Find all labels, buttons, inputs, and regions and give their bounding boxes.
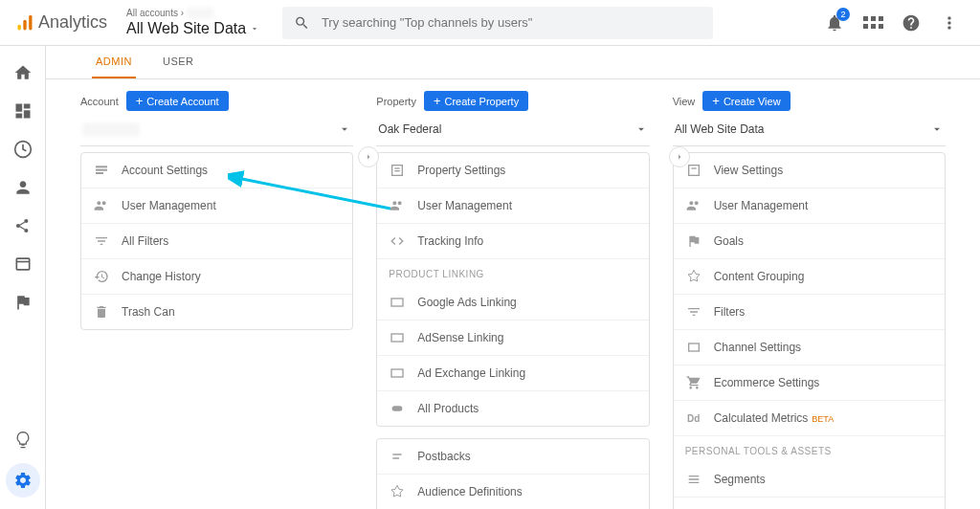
plus-icon: +	[712, 95, 720, 107]
chevron-down-icon	[250, 24, 259, 33]
account-label: Account	[80, 96, 119, 107]
gear-icon	[13, 471, 33, 490]
audience-definitions-item[interactable]: Audience Definitions	[377, 475, 648, 509]
nav-admin[interactable]	[6, 463, 40, 498]
arrow-right-icon	[363, 151, 374, 163]
search-bar[interactable]	[282, 7, 713, 39]
all-products-item[interactable]: All Products	[377, 391, 648, 426]
account-user-management-item[interactable]: User Management	[81, 188, 352, 224]
segments-item[interactable]: Segments	[674, 462, 945, 498]
column-collapse-2[interactable]	[669, 146, 690, 167]
view-user-management-item[interactable]: User Management	[674, 188, 945, 224]
account-change-history-item[interactable]: Change History	[81, 259, 352, 295]
brand-logo: Analytics	[8, 12, 115, 33]
property-label: Property	[376, 96, 416, 107]
account-settings-item[interactable]: Account Settings	[81, 153, 352, 188]
account-selector[interactable]: ░░░░░░░	[80, 117, 353, 146]
admin-tabs: ADMIN USER	[46, 46, 980, 79]
svg-rect-21	[688, 343, 699, 351]
account-menu-button[interactable]	[936, 10, 963, 36]
calculated-metrics-item[interactable]: DdCalculated MetricsBETA	[674, 401, 945, 436]
home-icon	[13, 63, 33, 82]
chevron-down-icon	[338, 122, 351, 136]
nav-discover[interactable]	[0, 421, 46, 459]
svg-point-3	[16, 224, 20, 228]
flag-icon	[13, 293, 33, 312]
content-grouping-item[interactable]: Content Grouping	[674, 259, 945, 295]
svg-rect-18	[392, 406, 403, 410]
brand-name: Analytics	[38, 12, 107, 33]
channel-settings-item[interactable]: Channel Settings	[674, 330, 945, 365]
annotations-item[interactable]: Annotations	[674, 498, 945, 509]
search-icon	[294, 14, 310, 32]
create-property-button[interactable]: +Create Property	[424, 91, 528, 111]
help-button[interactable]	[898, 10, 924, 36]
tab-user[interactable]: USER	[159, 46, 198, 78]
pages-icon	[13, 254, 33, 274]
trash-icon	[93, 303, 110, 321]
nav-acquisition[interactable]	[0, 207, 46, 245]
google-ads-linking-item[interactable]: Google Ads Linking	[377, 285, 648, 321]
product-linking-header: PRODUCT LINKING	[377, 259, 648, 285]
filter-icon	[685, 303, 702, 321]
flag-icon	[685, 232, 702, 250]
property-user-management-item[interactable]: User Management	[377, 188, 648, 224]
nav-home[interactable]	[0, 54, 46, 92]
view-column: View +Create View All Web Site Data View…	[661, 91, 957, 509]
plus-icon: +	[136, 95, 144, 107]
dashboard-icon	[13, 101, 33, 121]
exchange-icon	[389, 365, 406, 382]
account-trash-item[interactable]: Trash Can	[81, 295, 352, 329]
create-account-button[interactable]: +Create Account	[126, 91, 229, 111]
svg-rect-0	[18, 24, 21, 30]
ads-icon	[389, 294, 406, 311]
dd-icon: Dd	[685, 409, 702, 427]
account-all-filters-item[interactable]: All Filters	[81, 224, 352, 259]
nav-audience[interactable]	[0, 168, 46, 207]
tab-admin[interactable]: ADMIN	[92, 46, 136, 78]
notifications-button[interactable]: 2	[821, 10, 848, 36]
nav-realtime[interactable]	[0, 130, 46, 168]
goals-item[interactable]: Goals	[674, 224, 945, 259]
person-icon	[13, 178, 33, 197]
cart-icon	[685, 374, 702, 391]
svg-rect-6	[16, 258, 29, 270]
column-collapse-1[interactable]	[358, 146, 379, 167]
svg-rect-17	[391, 369, 403, 377]
create-view-button[interactable]: +Create View	[702, 91, 790, 111]
view-settings-item[interactable]: View Settings	[674, 153, 945, 188]
audience-icon	[389, 483, 406, 500]
grouping-icon	[685, 268, 702, 285]
nav-behavior[interactable]	[0, 245, 46, 283]
svg-rect-11	[96, 172, 103, 174]
link-icon	[389, 400, 406, 417]
view-selector[interactable]: All Web Site Data	[673, 117, 946, 146]
svg-rect-10	[96, 169, 107, 171]
nav-customization[interactable]	[0, 92, 46, 130]
view-label: View	[673, 96, 696, 107]
personal-tools-header: PERSONAL TOOLS & ASSETS	[674, 436, 945, 462]
search-input[interactable]	[322, 15, 702, 30]
svg-rect-9	[96, 166, 107, 167]
apps-grid-icon	[863, 16, 883, 29]
property-settings-item[interactable]: Property Settings	[377, 153, 648, 188]
svg-rect-1	[23, 19, 26, 30]
adexchange-linking-item[interactable]: Ad Exchange Linking	[377, 356, 648, 391]
plus-icon: +	[434, 95, 441, 107]
more-vert-icon	[940, 13, 959, 33]
property-column: Property +Create Property Oak Federal Pr…	[365, 91, 660, 509]
adsense-linking-item[interactable]: AdSense Linking	[377, 321, 648, 356]
apps-button[interactable]	[859, 10, 886, 36]
property-selector[interactable]: Oak Federal	[376, 117, 649, 146]
account-column: Account +Create Account ░░░░░░░ Account …	[69, 91, 365, 509]
nav-conversions[interactable]	[0, 283, 46, 321]
ecommerce-settings-item[interactable]: Ecommerce Settings	[674, 365, 945, 401]
svg-rect-16	[391, 334, 403, 342]
property-tracking-info-item[interactable]: Tracking Info	[377, 224, 648, 259]
segments-icon	[685, 471, 702, 488]
account-picker[interactable]: All accounts › ░░░░ All Web Site Data	[126, 8, 259, 37]
app-header: Analytics All accounts › ░░░░ All Web Si…	[0, 0, 980, 46]
help-icon	[902, 13, 921, 33]
postbacks-item[interactable]: Postbacks	[377, 439, 648, 475]
view-filters-item[interactable]: Filters	[674, 295, 945, 330]
